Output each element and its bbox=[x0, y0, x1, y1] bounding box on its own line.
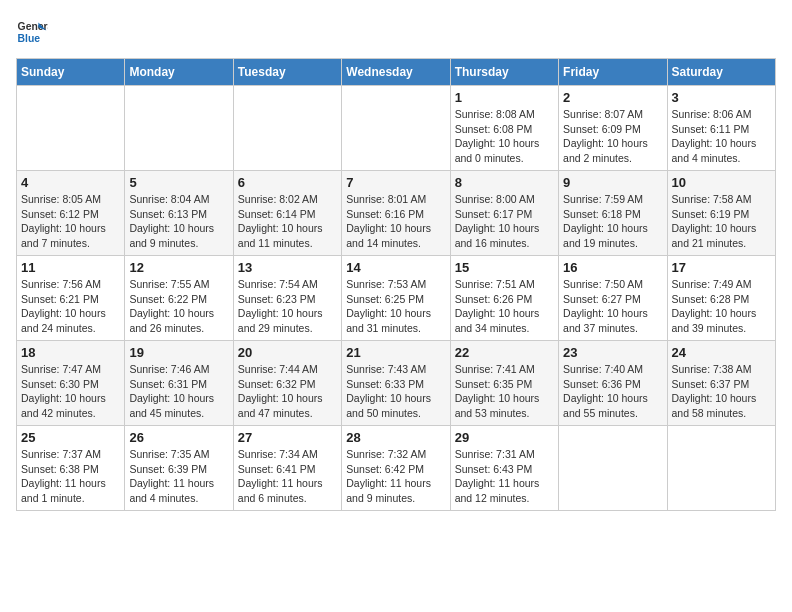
logo: General Blue bbox=[16, 16, 48, 48]
sunset-text: Sunset: 6:16 PM bbox=[346, 207, 445, 222]
day-info: Sunrise: 8:05 AMSunset: 6:12 PMDaylight:… bbox=[21, 192, 120, 251]
sunrise-text: Sunrise: 7:51 AM bbox=[455, 277, 554, 292]
calendar-cell: 12Sunrise: 7:55 AMSunset: 6:22 PMDayligh… bbox=[125, 256, 233, 341]
day-info: Sunrise: 7:31 AMSunset: 6:43 PMDaylight:… bbox=[455, 447, 554, 506]
day-info: Sunrise: 7:46 AMSunset: 6:31 PMDaylight:… bbox=[129, 362, 228, 421]
sunrise-text: Sunrise: 7:50 AM bbox=[563, 277, 662, 292]
sunrise-text: Sunrise: 8:06 AM bbox=[672, 107, 771, 122]
sunrise-text: Sunrise: 7:38 AM bbox=[672, 362, 771, 377]
day-info: Sunrise: 7:55 AMSunset: 6:22 PMDaylight:… bbox=[129, 277, 228, 336]
calendar-cell: 13Sunrise: 7:54 AMSunset: 6:23 PMDayligh… bbox=[233, 256, 341, 341]
day-number: 4 bbox=[21, 175, 120, 190]
daylight-text: Daylight: 11 hours and 4 minutes. bbox=[129, 476, 228, 505]
calendar-day-header: Wednesday bbox=[342, 59, 450, 86]
day-info: Sunrise: 7:35 AMSunset: 6:39 PMDaylight:… bbox=[129, 447, 228, 506]
day-info: Sunrise: 7:58 AMSunset: 6:19 PMDaylight:… bbox=[672, 192, 771, 251]
day-info: Sunrise: 7:50 AMSunset: 6:27 PMDaylight:… bbox=[563, 277, 662, 336]
sunrise-text: Sunrise: 7:49 AM bbox=[672, 277, 771, 292]
calendar-cell bbox=[342, 86, 450, 171]
day-number: 11 bbox=[21, 260, 120, 275]
sunset-text: Sunset: 6:38 PM bbox=[21, 462, 120, 477]
sunrise-text: Sunrise: 7:41 AM bbox=[455, 362, 554, 377]
sunset-text: Sunset: 6:42 PM bbox=[346, 462, 445, 477]
day-number: 8 bbox=[455, 175, 554, 190]
calendar-cell: 20Sunrise: 7:44 AMSunset: 6:32 PMDayligh… bbox=[233, 341, 341, 426]
calendar-cell: 1Sunrise: 8:08 AMSunset: 6:08 PMDaylight… bbox=[450, 86, 558, 171]
calendar-cell: 2Sunrise: 8:07 AMSunset: 6:09 PMDaylight… bbox=[559, 86, 667, 171]
day-number: 21 bbox=[346, 345, 445, 360]
calendar-day-header: Monday bbox=[125, 59, 233, 86]
calendar-day-header: Tuesday bbox=[233, 59, 341, 86]
calendar-cell: 4Sunrise: 8:05 AMSunset: 6:12 PMDaylight… bbox=[17, 171, 125, 256]
day-number: 14 bbox=[346, 260, 445, 275]
sunset-text: Sunset: 6:35 PM bbox=[455, 377, 554, 392]
calendar-cell: 26Sunrise: 7:35 AMSunset: 6:39 PMDayligh… bbox=[125, 426, 233, 511]
calendar-cell: 5Sunrise: 8:04 AMSunset: 6:13 PMDaylight… bbox=[125, 171, 233, 256]
daylight-text: Daylight: 10 hours and 58 minutes. bbox=[672, 391, 771, 420]
sunset-text: Sunset: 6:31 PM bbox=[129, 377, 228, 392]
sunset-text: Sunset: 6:23 PM bbox=[238, 292, 337, 307]
day-info: Sunrise: 7:51 AMSunset: 6:26 PMDaylight:… bbox=[455, 277, 554, 336]
sunset-text: Sunset: 6:17 PM bbox=[455, 207, 554, 222]
sunset-text: Sunset: 6:19 PM bbox=[672, 207, 771, 222]
day-number: 24 bbox=[672, 345, 771, 360]
sunset-text: Sunset: 6:22 PM bbox=[129, 292, 228, 307]
daylight-text: Daylight: 10 hours and 21 minutes. bbox=[672, 221, 771, 250]
sunset-text: Sunset: 6:39 PM bbox=[129, 462, 228, 477]
page-header: General Blue bbox=[16, 16, 776, 48]
day-info: Sunrise: 8:02 AMSunset: 6:14 PMDaylight:… bbox=[238, 192, 337, 251]
calendar-cell: 21Sunrise: 7:43 AMSunset: 6:33 PMDayligh… bbox=[342, 341, 450, 426]
calendar-table: SundayMondayTuesdayWednesdayThursdayFrid… bbox=[16, 58, 776, 511]
sunset-text: Sunset: 6:12 PM bbox=[21, 207, 120, 222]
sunrise-text: Sunrise: 8:02 AM bbox=[238, 192, 337, 207]
calendar-cell bbox=[17, 86, 125, 171]
daylight-text: Daylight: 10 hours and 39 minutes. bbox=[672, 306, 771, 335]
sunset-text: Sunset: 6:43 PM bbox=[455, 462, 554, 477]
daylight-text: Daylight: 10 hours and 29 minutes. bbox=[238, 306, 337, 335]
calendar-week-row: 1Sunrise: 8:08 AMSunset: 6:08 PMDaylight… bbox=[17, 86, 776, 171]
daylight-text: Daylight: 10 hours and 7 minutes. bbox=[21, 221, 120, 250]
sunrise-text: Sunrise: 7:43 AM bbox=[346, 362, 445, 377]
day-number: 7 bbox=[346, 175, 445, 190]
sunrise-text: Sunrise: 8:00 AM bbox=[455, 192, 554, 207]
calendar-cell: 19Sunrise: 7:46 AMSunset: 6:31 PMDayligh… bbox=[125, 341, 233, 426]
svg-text:Blue: Blue bbox=[18, 33, 41, 44]
day-number: 29 bbox=[455, 430, 554, 445]
calendar-cell bbox=[125, 86, 233, 171]
sunset-text: Sunset: 6:21 PM bbox=[21, 292, 120, 307]
calendar-cell: 6Sunrise: 8:02 AMSunset: 6:14 PMDaylight… bbox=[233, 171, 341, 256]
calendar-week-row: 18Sunrise: 7:47 AMSunset: 6:30 PMDayligh… bbox=[17, 341, 776, 426]
day-number: 5 bbox=[129, 175, 228, 190]
day-number: 9 bbox=[563, 175, 662, 190]
calendar-cell: 16Sunrise: 7:50 AMSunset: 6:27 PMDayligh… bbox=[559, 256, 667, 341]
sunrise-text: Sunrise: 7:35 AM bbox=[129, 447, 228, 462]
sunrise-text: Sunrise: 7:34 AM bbox=[238, 447, 337, 462]
day-info: Sunrise: 7:37 AMSunset: 6:38 PMDaylight:… bbox=[21, 447, 120, 506]
sunset-text: Sunset: 6:18 PM bbox=[563, 207, 662, 222]
calendar-cell: 24Sunrise: 7:38 AMSunset: 6:37 PMDayligh… bbox=[667, 341, 775, 426]
day-info: Sunrise: 8:01 AMSunset: 6:16 PMDaylight:… bbox=[346, 192, 445, 251]
sunrise-text: Sunrise: 7:46 AM bbox=[129, 362, 228, 377]
day-info: Sunrise: 7:44 AMSunset: 6:32 PMDaylight:… bbox=[238, 362, 337, 421]
day-info: Sunrise: 7:53 AMSunset: 6:25 PMDaylight:… bbox=[346, 277, 445, 336]
calendar-cell bbox=[559, 426, 667, 511]
calendar-header-row: SundayMondayTuesdayWednesdayThursdayFrid… bbox=[17, 59, 776, 86]
daylight-text: Daylight: 11 hours and 12 minutes. bbox=[455, 476, 554, 505]
daylight-text: Daylight: 10 hours and 4 minutes. bbox=[672, 136, 771, 165]
calendar-cell: 15Sunrise: 7:51 AMSunset: 6:26 PMDayligh… bbox=[450, 256, 558, 341]
day-number: 10 bbox=[672, 175, 771, 190]
daylight-text: Daylight: 10 hours and 11 minutes. bbox=[238, 221, 337, 250]
calendar-cell: 8Sunrise: 8:00 AMSunset: 6:17 PMDaylight… bbox=[450, 171, 558, 256]
calendar-cell: 23Sunrise: 7:40 AMSunset: 6:36 PMDayligh… bbox=[559, 341, 667, 426]
calendar-cell: 17Sunrise: 7:49 AMSunset: 6:28 PMDayligh… bbox=[667, 256, 775, 341]
sunrise-text: Sunrise: 8:05 AM bbox=[21, 192, 120, 207]
sunset-text: Sunset: 6:33 PM bbox=[346, 377, 445, 392]
calendar-cell: 29Sunrise: 7:31 AMSunset: 6:43 PMDayligh… bbox=[450, 426, 558, 511]
sunrise-text: Sunrise: 7:32 AM bbox=[346, 447, 445, 462]
day-number: 19 bbox=[129, 345, 228, 360]
calendar-cell bbox=[667, 426, 775, 511]
sunrise-text: Sunrise: 7:40 AM bbox=[563, 362, 662, 377]
daylight-text: Daylight: 10 hours and 47 minutes. bbox=[238, 391, 337, 420]
day-number: 2 bbox=[563, 90, 662, 105]
day-number: 23 bbox=[563, 345, 662, 360]
